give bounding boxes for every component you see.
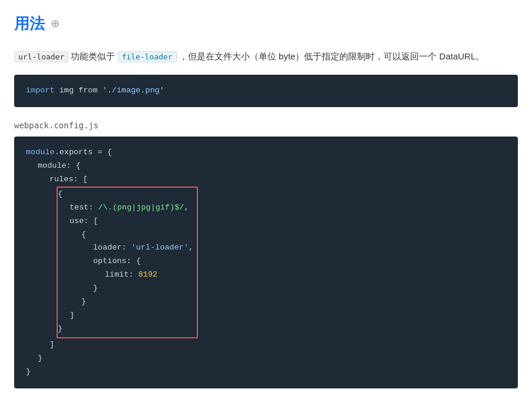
code-line-1: module: { bbox=[26, 159, 506, 173]
code-line-0: module.exports = { bbox=[26, 146, 506, 159]
description-block: url-loader 功能类似于 file-loader ，但是在文件大小（单位… bbox=[14, 48, 518, 64]
page-title: 用法 bbox=[14, 12, 45, 36]
code-line-7: loader: 'url-loader', bbox=[58, 241, 193, 255]
code-line-12: ] bbox=[58, 309, 193, 322]
import-code-block: import img from './image.png' bbox=[14, 75, 518, 107]
code-line-13: } bbox=[58, 322, 193, 336]
anchor-icon[interactable]: ⊕ bbox=[51, 15, 60, 32]
code-line-5: use: [ bbox=[58, 215, 193, 228]
file-label: webpack.config.js bbox=[14, 119, 518, 132]
code-line-16: } bbox=[26, 365, 506, 379]
code-line-9: limit: 8192 bbox=[58, 268, 193, 282]
file-loader-inline-code: file-loader bbox=[118, 51, 177, 62]
code-line-2: rules: [ bbox=[26, 173, 506, 187]
url-loader-inline-code: url-loader bbox=[14, 51, 68, 62]
import-code-line: import img from './image.png' bbox=[26, 84, 506, 98]
code-line-8: options: { bbox=[58, 255, 193, 268]
code-line-3: { bbox=[58, 188, 193, 201]
description-text-2: ，但是在文件大小（单位 byte）低于指定的限制时，可以返回一个 DataURL… bbox=[177, 51, 485, 61]
code-line-11: } bbox=[58, 295, 193, 309]
code-line-14: ] bbox=[26, 338, 506, 352]
code-line-4: test: /\.(png|jpg|gif)$/, bbox=[58, 201, 193, 215]
code-line-6: { bbox=[58, 228, 193, 242]
page-title-section: 用法 ⊕ bbox=[14, 12, 518, 36]
code-line-10: } bbox=[58, 282, 193, 295]
description-text-1: 功能类似于 bbox=[68, 51, 117, 61]
code-line-15: } bbox=[26, 352, 506, 365]
webpack-config-code-block: module.exports = { module: { rules: [ { … bbox=[14, 137, 518, 388]
